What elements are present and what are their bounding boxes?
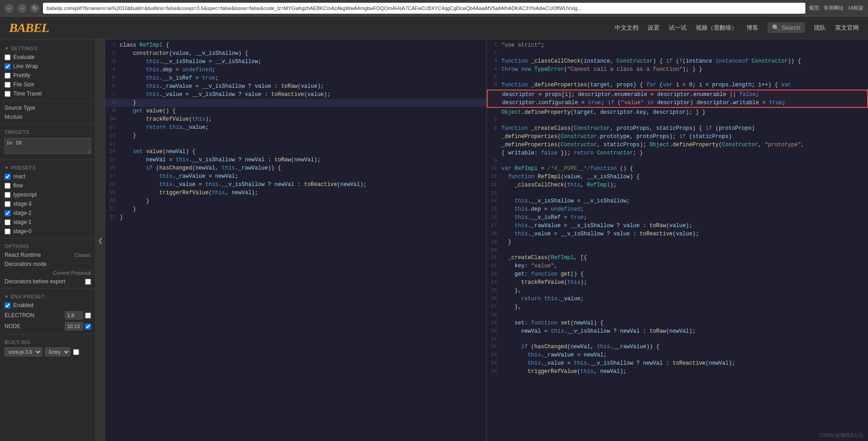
back-button[interactable]: ← (5, 4, 14, 13)
enabled-checkbox[interactable] (5, 303, 11, 308)
nav-shipin[interactable]: 视频（需翻墙） (696, 24, 737, 32)
source-type-value-row: Module (0, 112, 96, 122)
env-preset-arrow: ▼ (5, 294, 9, 299)
file-size-item[interactable]: File Size (0, 80, 96, 89)
line-text: newVal = this.__v_isShallow ? newVal : t… (501, 327, 696, 335)
time-travel-checkbox[interactable] (5, 91, 11, 97)
nav-boke[interactable]: 博客 (746, 24, 758, 32)
options-section[interactable]: OPTIONS (0, 241, 96, 250)
line-number: 17 (489, 222, 501, 229)
node-input[interactable] (65, 322, 83, 330)
preset-flow-checkbox[interactable] (5, 183, 11, 189)
code-line: 22 key: "value", (487, 262, 868, 270)
code-line: 7 (487, 117, 868, 124)
line-text: this.__v_isRef = true; (120, 74, 218, 82)
divider-3 (0, 159, 96, 160)
electron-input[interactable] (65, 311, 83, 319)
file-size-checkbox[interactable] (5, 82, 11, 88)
line-number: 12 (107, 132, 120, 139)
nav-zhongwen[interactable]: 中文文档 (615, 24, 639, 32)
line-number: 35 (489, 367, 501, 375)
code-line: 3function _classCallCheck(instance, Cons… (487, 57, 868, 65)
line-text: _createClass(RefImpl, [{ (501, 254, 587, 262)
preset-stage0[interactable]: stage-0 (0, 227, 96, 236)
code-line: 32 if (hasChanged(newVal, this.__rawValu… (487, 343, 868, 351)
line-number: 19 (107, 189, 120, 197)
line-text: _defineProperties(Constructor.prototype,… (501, 133, 732, 141)
code-line: 2 (487, 49, 868, 57)
targets-section[interactable]: TARGETS (0, 127, 96, 136)
code-line: 16 if (hasChanged(newVal, this._rawValue… (105, 164, 486, 172)
line-text: this._rawValue = newVal; (120, 172, 238, 181)
line-number: 11 (489, 173, 501, 181)
line-text: key: "value", (501, 262, 557, 270)
input-code-panel[interactable]: 1class RefImpl {2 constructor(value, __v… (105, 39, 486, 441)
decorators-before-export-row[interactable]: Decorators before export (0, 277, 96, 286)
preset-stage2-checkbox[interactable] (5, 210, 11, 216)
divider-1 (0, 101, 96, 101)
search-bar[interactable]: 🔍 Search (767, 22, 805, 33)
targets-textarea[interactable]: ie 10 (5, 138, 91, 154)
presets-section[interactable]: ▼ PRESETS (0, 162, 96, 172)
preset-typescript[interactable]: typescript (0, 190, 96, 199)
evaluate-checkbox[interactable] (5, 54, 11, 60)
refresh-button[interactable]: ↻ (30, 4, 39, 13)
forward-button[interactable]: → (17, 4, 27, 13)
preset-react[interactable]: react (0, 172, 96, 181)
line-number: 16 (107, 164, 120, 172)
line-text: return this._value; (120, 123, 208, 132)
nav-yingwen[interactable]: 英文官网 (835, 24, 859, 32)
decorators-before-export-checkbox[interactable] (85, 279, 91, 285)
nav-tuandui[interactable]: 团队 (814, 24, 826, 32)
preset-stage2[interactable]: stage-2 (0, 208, 96, 218)
code-line: 13 (487, 189, 868, 197)
nav-shezhi[interactable]: 设置 (648, 24, 660, 32)
prettify-item[interactable]: Prettify (0, 71, 96, 80)
settings-arrow: ▼ (5, 46, 9, 51)
code-line: 19 } (487, 238, 868, 246)
code-line: 21 } (105, 205, 486, 213)
line-text: } (120, 132, 136, 140)
settings-section[interactable]: ▼ SETTINGS (0, 43, 96, 53)
builtins-section[interactable]: BUILT-INS (0, 337, 96, 346)
url-bar[interactable] (43, 3, 805, 14)
prettify-label: Prettify (13, 72, 30, 79)
corejs-select[interactable]: core-js 3.6 (5, 347, 42, 356)
prettify-checkbox[interactable] (5, 73, 11, 79)
targets-label: TARGETS (5, 129, 30, 135)
evaluate-item[interactable]: Evaluate (0, 53, 96, 62)
node-checkbox[interactable] (85, 324, 91, 329)
preset-typescript-checkbox[interactable] (5, 192, 11, 198)
line-text: this.dep = undefined; (120, 66, 215, 74)
code-line: 5 this.__v_isRef = true; (105, 74, 486, 82)
builtins-checkbox[interactable] (73, 349, 79, 355)
line-text: { writable: false }); return Constructor… (501, 149, 643, 157)
preset-stage3[interactable]: stage-3 (0, 199, 96, 208)
preset-react-checkbox[interactable] (5, 174, 11, 180)
line-number: 8 (489, 124, 501, 132)
time-travel-item[interactable]: Time Travel (0, 89, 96, 98)
preset-stage0-checkbox[interactable] (5, 228, 11, 234)
bookmark-uikuangjia[interactable]: UI框架 (848, 5, 863, 11)
preset-stage3-label: stage-3 (13, 201, 32, 207)
collapse-panel[interactable]: ❮ (96, 39, 105, 441)
divider-4 (0, 238, 96, 239)
line-wrap-checkbox[interactable] (5, 64, 11, 69)
preset-stage3-checkbox[interactable] (5, 201, 11, 207)
code-line: 14 this.__v_isShallow = __v_isShallow; (487, 197, 868, 205)
bookmark-changyong[interactable]: 常用网址 (824, 5, 844, 11)
line-wrap-item[interactable]: Line Wrap (0, 62, 96, 71)
preset-flow[interactable]: flow (0, 181, 96, 190)
entry-select[interactable]: Entry (45, 347, 70, 356)
line-number: 9 (489, 157, 501, 165)
env-preset-section[interactable]: ▼ ENV PRESET (0, 291, 96, 301)
enabled-item[interactable]: Enabled (0, 301, 96, 310)
nav-shiyishi[interactable]: 试一试 (669, 24, 687, 32)
bookmark-guifan[interactable]: 规范 (809, 5, 819, 11)
preset-stage1[interactable]: stage-1 (0, 218, 96, 227)
electron-checkbox[interactable] (85, 313, 91, 319)
line-number: 19 (489, 238, 501, 246)
preset-stage1-checkbox[interactable] (5, 219, 11, 225)
code-line: 27 }, (487, 303, 868, 311)
line-number: 7 (489, 117, 501, 124)
